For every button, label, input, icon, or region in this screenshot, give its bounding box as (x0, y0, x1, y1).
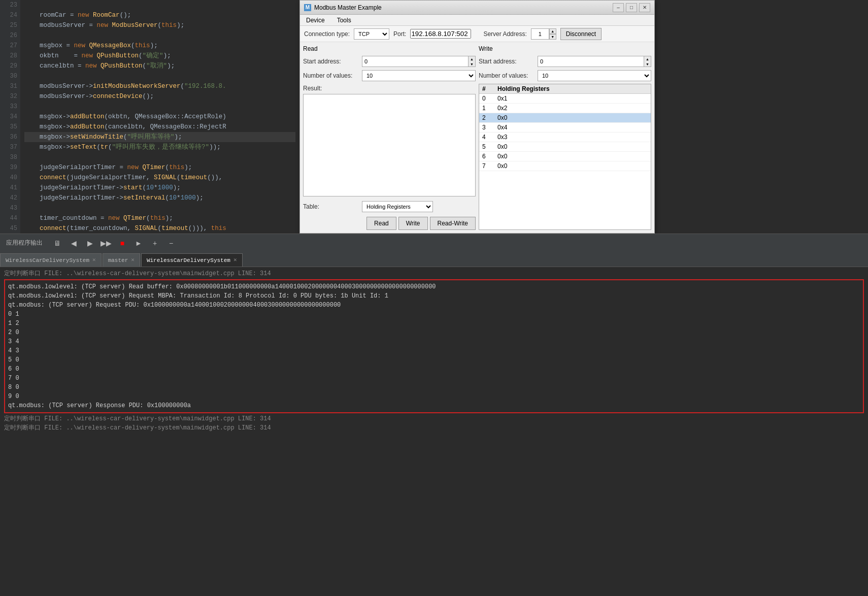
modbus-menubar: Device Tools (300, 15, 654, 26)
toolbar-stop-button[interactable]: ■ (117, 238, 128, 249)
tab-close-wireless-2[interactable]: ✕ (233, 257, 237, 263)
action-buttons: Read Write Read-Write (303, 217, 476, 230)
output-red-block: qt.modbus.lowlevel: (TCP server) Read bu… (4, 279, 864, 413)
write-panel-title: Write (479, 45, 651, 52)
tab-label-wireless-1: WirelessCarDeliverySystem (6, 257, 89, 263)
holding-row-4[interactable]: 40x3 (479, 133, 651, 142)
toolbar-arrow-button[interactable]: ► (133, 238, 144, 249)
code-content: roomCar = new RoomCar(); modbusServer = … (20, 0, 299, 234)
holding-row-1[interactable]: 10x2 (479, 104, 651, 113)
modbus-title: Modbus Master Example (314, 4, 613, 11)
tab-label-wireless-2: WirelessCarDeliverySystem (147, 257, 230, 263)
table-row-selector: Table: Holding Registers Input Registers… (303, 201, 476, 213)
holding-row-6[interactable]: 60x0 (479, 152, 651, 161)
read-num-values-row: Number of values: 10 5 20 (303, 70, 476, 82)
read-button[interactable]: Read (366, 217, 396, 230)
read-start-address-row: Start address: ▲ ▼ (303, 55, 476, 68)
tab-close-wireless-1[interactable]: ✕ (92, 257, 96, 263)
write-num-values-label: Number of values: (479, 72, 535, 79)
connection-type-select[interactable]: TCP RTU ASCII (354, 28, 389, 40)
read-num-values-label: Number of values: (303, 72, 359, 79)
read-panel: Read Start address: ▲ ▼ Number of values… (303, 45, 476, 230)
app-output-label: 应用程序输出 (6, 239, 43, 247)
read-write-button[interactable]: Read-Write (430, 217, 476, 230)
write-start-address-label: Start address: (479, 58, 535, 65)
menu-device[interactable]: Device (304, 16, 327, 25)
write-num-values-row: Number of values: 10 5 20 (479, 70, 651, 82)
modbus-master-window: M Modbus Master Example – □ ✕ Device Too… (299, 0, 655, 234)
read-start-down[interactable]: ▼ (468, 61, 475, 67)
holding-registers-rows: 00x110x220x030x440x350x060x070x0 (479, 94, 651, 171)
toolbar-add-button[interactable]: + (149, 238, 160, 249)
col-num-header: # (482, 85, 497, 92)
app-output-bar: 应用程序输出 🖥 ◀ ▶ ▶▶ ■ ► + − (0, 234, 868, 252)
server-address-spinbox: ▲ ▼ (531, 28, 556, 40)
output-line-header: 定时判断串口 FILE: ..\wireless-car-delivery-sy… (4, 269, 864, 278)
line-numbers: 23242526 27282930 31323334 35363738 3940… (0, 0, 20, 234)
table-select[interactable]: Holding Registers Input Registers Coils (362, 201, 433, 212)
write-start-up[interactable]: ▲ (644, 56, 651, 61)
write-button[interactable]: Write (398, 217, 428, 230)
connection-type-label: Connection type: (304, 30, 350, 38)
bottom-area: 应用程序输出 🖥 ◀ ▶ ▶▶ ■ ► + − WirelessCarDeliv… (0, 234, 868, 596)
server-address-input[interactable] (531, 28, 549, 40)
tab-close-master[interactable]: ✕ (131, 257, 135, 263)
read-start-up[interactable]: ▲ (468, 56, 475, 61)
write-start-down[interactable]: ▼ (644, 61, 651, 67)
write-start-address-row: Start address: ▲ ▼ (479, 55, 651, 68)
write-num-values-select[interactable]: 10 5 20 (538, 71, 651, 81)
holding-registers-header: # Holding Registers (479, 84, 651, 94)
toolbar-prev-button[interactable]: ◀ (68, 238, 79, 249)
table-label: Table: (303, 203, 359, 210)
tab-wireless-2[interactable]: WirelessCarDeliverySystem ✕ (141, 253, 243, 267)
toolbar-play-button[interactable]: ▶▶ (101, 238, 112, 249)
tab-label-master: master (108, 257, 128, 263)
modbus-titlebar: M Modbus Master Example – □ ✕ (300, 1, 654, 15)
holding-registers-table[interactable]: # Holding Registers 00x110x220x030x440x3… (479, 84, 651, 230)
server-address-label: Server Address: (483, 30, 526, 38)
tab-wireless-1[interactable]: WirelessCarDeliverySystem ✕ (0, 253, 102, 267)
tab-master[interactable]: master ✕ (103, 253, 140, 267)
modbus-icon: M (304, 4, 311, 11)
write-panel: Write Start address: ▲ ▼ Number of value… (479, 45, 651, 230)
read-start-address-label: Start address: (303, 58, 359, 65)
holding-row-5[interactable]: 50x0 (479, 142, 651, 152)
result-label: Result: (303, 85, 476, 92)
holding-row-7[interactable]: 70x0 (479, 161, 651, 171)
server-address-up[interactable]: ▲ (549, 28, 556, 34)
server-address-down[interactable]: ▼ (549, 34, 556, 40)
code-editor: 23242526 27282930 31323334 35363738 3940… (0, 0, 299, 234)
output-content: 定时判断串口 FILE: ..\wireless-car-delivery-sy… (0, 267, 868, 596)
holding-row-0[interactable]: 00x1 (479, 94, 651, 104)
connection-toolbar: Connection type: TCP RTU ASCII Port: Ser… (300, 26, 654, 42)
read-num-values-select[interactable]: 10 5 20 (362, 71, 475, 81)
result-textarea[interactable] (303, 94, 476, 196)
tabs-bar: WirelessCarDeliverySystem ✕ master ✕ Wir… (0, 252, 868, 267)
toolbar-remove-button[interactable]: − (165, 238, 177, 249)
menu-tools[interactable]: Tools (335, 16, 353, 25)
holding-row-2[interactable]: 20x0 (479, 113, 651, 123)
window-controls: – □ ✕ (613, 3, 650, 12)
output-line-footer-1: 定时判断串口 FILE: ..\wireless-car-delivery-sy… (4, 414, 864, 423)
port-label: Port: (393, 30, 406, 38)
toolbar-icon-computer[interactable]: 🖥 (52, 238, 63, 249)
minimize-button[interactable]: – (613, 3, 624, 12)
modbus-body: Read Start address: ▲ ▼ Number of values… (300, 42, 654, 233)
read-panel-title: Read (303, 45, 476, 52)
output-line-footer-2: 定时判断串口 FILE: ..\wireless-car-delivery-sy… (4, 423, 864, 433)
read-start-address-input[interactable] (362, 56, 468, 67)
disconnect-button[interactable]: Disconnect (560, 28, 602, 40)
col-name-header: Holding Registers (497, 85, 648, 92)
maximize-button[interactable]: □ (626, 3, 637, 12)
write-start-address-input[interactable] (538, 56, 644, 67)
toolbar-next-button[interactable]: ▶ (84, 238, 95, 249)
port-input[interactable] (410, 29, 471, 39)
close-button[interactable]: ✕ (639, 3, 650, 12)
holding-row-3[interactable]: 30x4 (479, 123, 651, 133)
